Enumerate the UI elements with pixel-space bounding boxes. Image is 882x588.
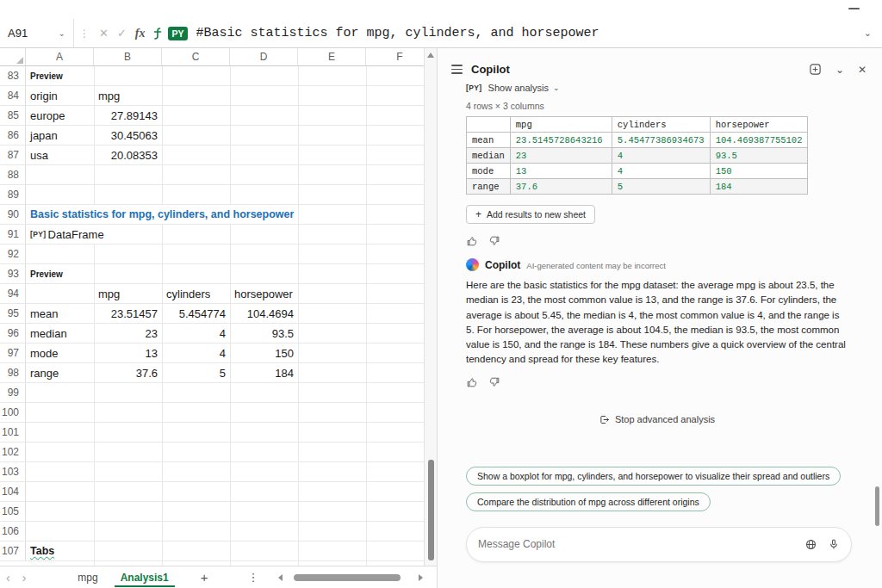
cell-B96[interactable]: 23 bbox=[94, 324, 162, 343]
cancel-entry-button[interactable]: ✕ bbox=[95, 27, 113, 40]
cell-B98[interactable]: 37.6 bbox=[94, 363, 162, 382]
thumbs-up-icon[interactable] bbox=[466, 376, 478, 388]
row-header[interactable]: 86 bbox=[0, 126, 26, 145]
column-header-A[interactable]: A bbox=[26, 48, 94, 65]
horizontal-scrollbar[interactable] bbox=[278, 573, 423, 582]
row-header[interactable]: 95 bbox=[0, 304, 26, 323]
row-header[interactable]: 91 bbox=[0, 225, 26, 244]
cell-B95[interactable]: 23.51457 bbox=[94, 304, 162, 323]
column-header-B[interactable]: B bbox=[94, 48, 162, 65]
row-header[interactable]: 92 bbox=[0, 244, 26, 263]
web-globe-icon[interactable] bbox=[804, 538, 817, 551]
horizontal-scrollbar-thumb[interactable] bbox=[294, 574, 401, 581]
microphone-icon[interactable] bbox=[828, 538, 840, 550]
copilot-input-container[interactable] bbox=[466, 527, 852, 562]
row-header[interactable]: 97 bbox=[0, 344, 26, 362]
cell-A95[interactable]: mean bbox=[26, 304, 94, 323]
thumbs-up-icon[interactable] bbox=[466, 235, 478, 247]
window-minimize-icon[interactable] bbox=[848, 8, 860, 9]
cell-C97[interactable]: 4 bbox=[162, 344, 230, 362]
suggestion-chip-boxplot[interactable]: Show a boxplot for mpg, cylinders, and h… bbox=[466, 467, 841, 486]
stop-advanced-analysis-button[interactable]: Stop advanced analysis bbox=[592, 411, 722, 429]
cell-B97[interactable]: 13 bbox=[94, 344, 162, 362]
column-header-E[interactable]: E bbox=[298, 48, 366, 65]
row-header[interactable]: 105 bbox=[0, 502, 26, 521]
cell-A97[interactable]: mode bbox=[26, 344, 94, 362]
cell-B87[interactable]: 20.08353 bbox=[94, 145, 162, 164]
row-header[interactable]: 106 bbox=[0, 522, 26, 541]
cell-A93[interactable]: Preview bbox=[26, 264, 94, 283]
cell-B86[interactable]: 30.45063 bbox=[94, 126, 162, 145]
row-header[interactable]: 87 bbox=[0, 145, 26, 164]
vertical-scrollbar[interactable] bbox=[424, 48, 437, 566]
vertical-scrollbar-thumb[interactable] bbox=[428, 460, 434, 560]
add-sheet-button[interactable]: + bbox=[192, 570, 217, 585]
row-header[interactable]: 103 bbox=[0, 462, 26, 481]
formula-input[interactable]: #Basic statistics for mpg, cylinders, an… bbox=[196, 26, 854, 40]
row-header[interactable]: 83 bbox=[0, 66, 26, 85]
row-header[interactable]: 93 bbox=[0, 264, 26, 283]
cell-B84[interactable]: mpg bbox=[94, 86, 162, 105]
cell-C94[interactable]: cylinders bbox=[162, 284, 230, 303]
cell-D98[interactable]: 184 bbox=[230, 363, 298, 382]
cell-A86[interactable]: japan bbox=[26, 126, 94, 145]
row-header[interactable]: 94 bbox=[0, 284, 26, 303]
add-results-button[interactable]: + Add results to new sheet bbox=[466, 205, 595, 224]
cell-A85[interactable]: europe bbox=[26, 106, 94, 125]
cell-A84[interactable]: origin bbox=[26, 86, 94, 105]
thumbs-down-icon[interactable] bbox=[488, 235, 500, 247]
panel-scrollbar-thumb[interactable] bbox=[875, 486, 879, 526]
cell-B94[interactable]: mpg bbox=[94, 284, 162, 303]
close-panel-button[interactable]: ✕ bbox=[858, 65, 866, 75]
cell-D97[interactable]: 150 bbox=[230, 344, 298, 362]
cell-A90[interactable]: Basic statistics for mpg, cylinders, and… bbox=[26, 205, 298, 224]
thumbs-down-icon[interactable] bbox=[488, 376, 500, 388]
confirm-entry-button[interactable]: ✓ bbox=[113, 27, 131, 40]
row-header[interactable]: 85 bbox=[0, 106, 26, 125]
cell-C98[interactable]: 5 bbox=[162, 363, 230, 382]
previous-sheet-button[interactable]: ‹ bbox=[0, 571, 16, 585]
name-box[interactable]: A91 ⌄ bbox=[0, 19, 74, 47]
row-header[interactable]: 99 bbox=[0, 383, 26, 402]
column-header-F[interactable]: F bbox=[366, 48, 424, 65]
scroll-right-icon[interactable] bbox=[419, 574, 423, 581]
row-header[interactable]: 104 bbox=[0, 482, 26, 501]
cell-A87[interactable]: usa bbox=[26, 145, 94, 164]
row-header[interactable]: 107 bbox=[0, 542, 26, 560]
row-header[interactable]: 89 bbox=[0, 185, 26, 204]
new-chat-icon[interactable] bbox=[809, 63, 822, 76]
copilot-message-input[interactable] bbox=[478, 538, 804, 550]
row-header[interactable]: 88 bbox=[0, 165, 26, 184]
collapse-panel-button[interactable]: ⌄ bbox=[835, 65, 844, 75]
cell-D95[interactable]: 104.4694 bbox=[230, 304, 298, 323]
cell-A98[interactable]: range bbox=[26, 363, 94, 382]
cell-C96[interactable]: 4 bbox=[162, 324, 230, 343]
row-header[interactable]: 102 bbox=[0, 443, 26, 461]
suggestion-chip-distribution[interactable]: Compare the distribution of mpg across d… bbox=[466, 492, 711, 511]
cell-A91[interactable]: [PY]DataFrame bbox=[26, 225, 109, 244]
next-sheet-button[interactable]: › bbox=[16, 571, 33, 585]
scroll-up-icon[interactable] bbox=[427, 53, 434, 58]
cell-B85[interactable]: 27.89143 bbox=[94, 106, 162, 125]
scroll-left-icon[interactable] bbox=[278, 574, 283, 581]
column-header-C[interactable]: C bbox=[162, 48, 230, 65]
cell-A83[interactable]: Preview bbox=[26, 66, 94, 85]
row-header[interactable]: 96 bbox=[0, 324, 26, 343]
cell-D94[interactable]: horsepower bbox=[230, 284, 298, 303]
menu-icon[interactable] bbox=[451, 65, 463, 74]
row-header[interactable]: 90 bbox=[0, 205, 26, 224]
expand-formula-bar-button[interactable]: ⌄ bbox=[854, 28, 882, 39]
row-header[interactable]: 101 bbox=[0, 423, 26, 442]
row-header[interactable]: 100 bbox=[0, 403, 26, 422]
horizontal-scrollbar-track[interactable] bbox=[287, 573, 414, 582]
cell-D96[interactable]: 93.5 bbox=[230, 324, 298, 343]
sheet-tab-mpg[interactable]: mpg bbox=[66, 566, 109, 588]
cell-C95[interactable]: 5.454774 bbox=[162, 304, 230, 323]
cell-A96[interactable]: median bbox=[26, 324, 94, 343]
insert-function-button[interactable]: fx bbox=[131, 27, 150, 40]
cell-A107[interactable]: Tabs bbox=[26, 542, 94, 560]
sheet-options-button[interactable]: ⋮ bbox=[241, 571, 266, 584]
row-header[interactable]: 98 bbox=[0, 363, 26, 382]
select-all-corner[interactable] bbox=[0, 48, 26, 65]
sheet-tab-analysis1[interactable]: Analysis1 bbox=[109, 566, 180, 588]
